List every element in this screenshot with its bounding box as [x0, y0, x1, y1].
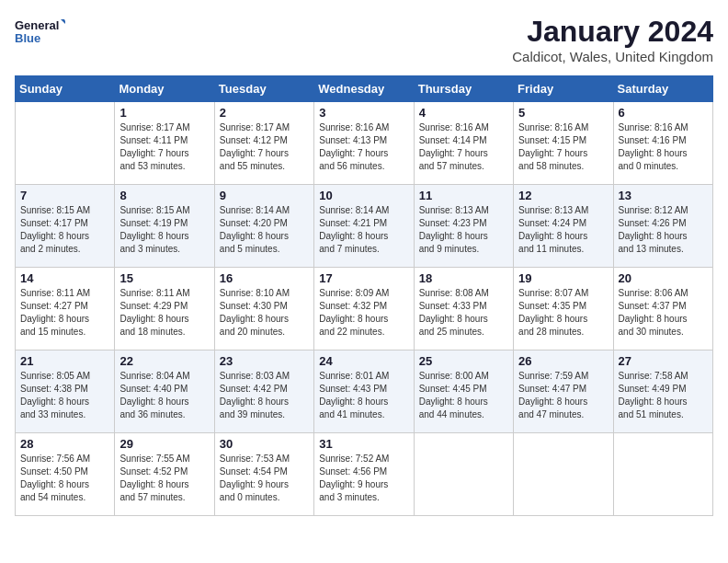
day-number: 16	[220, 271, 309, 285]
day-info: Sunrise: 8:11 AM Sunset: 4:27 PM Dayligh…	[20, 287, 109, 339]
calendar-cell: 19Sunrise: 8:07 AM Sunset: 4:35 PM Dayli…	[514, 268, 613, 350]
logo-svg: General Blue	[15, 15, 65, 55]
day-number: 12	[518, 189, 608, 202]
calendar-cell: 21Sunrise: 8:05 AM Sunset: 4:38 PM Dayli…	[16, 350, 115, 433]
svg-text:Blue: Blue	[15, 31, 40, 45]
calendar-cell: 23Sunrise: 8:03 AM Sunset: 4:42 PM Dayli…	[214, 350, 313, 433]
calendar-cell: 24Sunrise: 8:01 AM Sunset: 4:43 PM Dayli…	[314, 350, 414, 433]
day-number: 24	[319, 354, 408, 368]
calendar-header-friday: Friday	[514, 76, 613, 102]
day-number: 3	[319, 106, 408, 120]
calendar-header-sunday: Sunday	[16, 76, 115, 102]
calendar-header-tuesday: Tuesday	[214, 76, 313, 102]
calendar-cell: 16Sunrise: 8:10 AM Sunset: 4:30 PM Dayli…	[214, 268, 313, 350]
day-info: Sunrise: 8:09 AM Sunset: 4:32 PM Dayligh…	[319, 287, 408, 339]
calendar-cell: 30Sunrise: 7:53 AM Sunset: 4:54 PM Dayli…	[214, 433, 313, 516]
calendar-cell: 4Sunrise: 8:16 AM Sunset: 4:14 PM Daylig…	[414, 102, 513, 185]
calendar-table: SundayMondayTuesdayWednesdayThursdayFrid…	[15, 75, 713, 516]
calendar-cell: 2Sunrise: 8:17 AM Sunset: 4:12 PM Daylig…	[214, 102, 313, 185]
day-info: Sunrise: 8:16 AM Sunset: 4:16 PM Dayligh…	[619, 121, 708, 173]
day-number: 18	[419, 271, 508, 285]
calendar-cell: 13Sunrise: 8:12 AM Sunset: 4:26 PM Dayli…	[613, 185, 712, 268]
calendar-header-saturday: Saturday	[613, 76, 712, 102]
day-info: Sunrise: 8:04 AM Sunset: 4:40 PM Dayligh…	[119, 370, 209, 421]
calendar-cell	[414, 433, 513, 516]
day-info: Sunrise: 8:13 AM Sunset: 4:23 PM Dayligh…	[419, 204, 508, 256]
day-info: Sunrise: 8:15 AM Sunset: 4:17 PM Dayligh…	[20, 204, 109, 256]
day-number: 31	[319, 437, 408, 451]
day-info: Sunrise: 8:14 AM Sunset: 4:21 PM Dayligh…	[319, 204, 408, 256]
day-info: Sunrise: 8:14 AM Sunset: 4:20 PM Dayligh…	[220, 204, 309, 256]
day-number: 5	[518, 106, 608, 120]
day-number: 9	[220, 189, 309, 202]
day-info: Sunrise: 8:17 AM Sunset: 4:11 PM Dayligh…	[119, 121, 209, 173]
day-info: Sunrise: 8:12 AM Sunset: 4:26 PM Dayligh…	[619, 204, 708, 256]
day-number: 23	[220, 354, 309, 368]
day-number: 19	[518, 271, 608, 285]
day-number: 4	[419, 106, 508, 120]
calendar-cell: 27Sunrise: 7:58 AM Sunset: 4:49 PM Dayli…	[613, 350, 712, 433]
day-info: Sunrise: 8:06 AM Sunset: 4:37 PM Dayligh…	[619, 287, 708, 339]
calendar-week-4: 21Sunrise: 8:05 AM Sunset: 4:38 PM Dayli…	[16, 350, 713, 433]
calendar-cell: 25Sunrise: 8:00 AM Sunset: 4:45 PM Dayli…	[414, 350, 513, 433]
calendar-cell	[613, 433, 712, 516]
day-info: Sunrise: 8:08 AM Sunset: 4:33 PM Dayligh…	[419, 287, 508, 339]
calendar-week-3: 14Sunrise: 8:11 AM Sunset: 4:27 PM Dayli…	[16, 268, 713, 350]
calendar-cell: 3Sunrise: 8:16 AM Sunset: 4:13 PM Daylig…	[314, 102, 414, 185]
calendar-header-monday: Monday	[115, 76, 214, 102]
day-info: Sunrise: 8:10 AM Sunset: 4:30 PM Dayligh…	[220, 287, 309, 339]
calendar-cell: 14Sunrise: 8:11 AM Sunset: 4:27 PM Dayli…	[16, 268, 115, 350]
calendar-header-wednesday: Wednesday	[314, 76, 414, 102]
calendar-cell: 17Sunrise: 8:09 AM Sunset: 4:32 PM Dayli…	[314, 268, 414, 350]
day-info: Sunrise: 8:15 AM Sunset: 4:19 PM Dayligh…	[119, 204, 209, 256]
calendar-week-5: 28Sunrise: 7:56 AM Sunset: 4:50 PM Dayli…	[16, 433, 713, 516]
day-info: Sunrise: 8:07 AM Sunset: 4:35 PM Dayligh…	[518, 287, 608, 339]
calendar-cell	[16, 102, 115, 185]
month-title: January 2024	[512, 15, 713, 49]
day-number: 13	[619, 189, 708, 202]
calendar-cell: 18Sunrise: 8:08 AM Sunset: 4:33 PM Dayli…	[414, 268, 513, 350]
svg-text:General: General	[15, 18, 59, 32]
day-number: 28	[20, 437, 109, 451]
calendar-cell: 11Sunrise: 8:13 AM Sunset: 4:23 PM Dayli…	[414, 185, 513, 268]
day-info: Sunrise: 7:56 AM Sunset: 4:50 PM Dayligh…	[20, 453, 109, 504]
calendar-cell	[514, 433, 613, 516]
calendar-header-row: SundayMondayTuesdayWednesdayThursdayFrid…	[16, 76, 713, 102]
day-number: 8	[119, 189, 209, 202]
day-number: 27	[619, 354, 708, 368]
day-info: Sunrise: 8:11 AM Sunset: 4:29 PM Dayligh…	[119, 287, 209, 339]
calendar-cell: 15Sunrise: 8:11 AM Sunset: 4:29 PM Dayli…	[115, 268, 214, 350]
calendar-week-2: 7Sunrise: 8:15 AM Sunset: 4:17 PM Daylig…	[16, 185, 713, 268]
day-number: 6	[619, 106, 708, 120]
day-number: 10	[319, 189, 408, 202]
calendar-cell: 10Sunrise: 8:14 AM Sunset: 4:21 PM Dayli…	[314, 185, 414, 268]
day-info: Sunrise: 8:13 AM Sunset: 4:24 PM Dayligh…	[518, 204, 608, 256]
day-number: 14	[20, 271, 109, 285]
calendar-cell: 9Sunrise: 8:14 AM Sunset: 4:20 PM Daylig…	[214, 185, 313, 268]
calendar-cell: 6Sunrise: 8:16 AM Sunset: 4:16 PM Daylig…	[613, 102, 712, 185]
title-block: January 2024 Caldicot, Wales, United Kin…	[512, 15, 713, 64]
day-number: 29	[119, 437, 209, 451]
day-info: Sunrise: 8:16 AM Sunset: 4:15 PM Dayligh…	[518, 121, 608, 173]
calendar-cell: 29Sunrise: 7:55 AM Sunset: 4:52 PM Dayli…	[115, 433, 214, 516]
calendar-cell: 26Sunrise: 7:59 AM Sunset: 4:47 PM Dayli…	[514, 350, 613, 433]
day-number: 22	[119, 354, 209, 368]
day-number: 15	[119, 271, 209, 285]
day-info: Sunrise: 7:52 AM Sunset: 4:56 PM Dayligh…	[319, 453, 408, 504]
day-info: Sunrise: 7:55 AM Sunset: 4:52 PM Dayligh…	[119, 453, 209, 504]
day-number: 20	[619, 271, 708, 285]
day-info: Sunrise: 7:53 AM Sunset: 4:54 PM Dayligh…	[220, 453, 309, 504]
calendar-cell: 20Sunrise: 8:06 AM Sunset: 4:37 PM Dayli…	[613, 268, 712, 350]
day-info: Sunrise: 7:58 AM Sunset: 4:49 PM Dayligh…	[619, 370, 708, 421]
calendar-cell: 1Sunrise: 8:17 AM Sunset: 4:11 PM Daylig…	[115, 102, 214, 185]
day-info: Sunrise: 8:03 AM Sunset: 4:42 PM Dayligh…	[220, 370, 309, 421]
day-number: 21	[20, 354, 109, 368]
day-number: 17	[319, 271, 408, 285]
day-number: 26	[518, 354, 608, 368]
day-info: Sunrise: 8:01 AM Sunset: 4:43 PM Dayligh…	[319, 370, 408, 421]
day-info: Sunrise: 8:05 AM Sunset: 4:38 PM Dayligh…	[20, 370, 109, 421]
calendar-cell: 7Sunrise: 8:15 AM Sunset: 4:17 PM Daylig…	[16, 185, 115, 268]
day-number: 7	[20, 189, 109, 202]
calendar-cell: 31Sunrise: 7:52 AM Sunset: 4:56 PM Dayli…	[314, 433, 414, 516]
page-header: General Blue January 2024 Caldicot, Wale…	[15, 15, 713, 64]
